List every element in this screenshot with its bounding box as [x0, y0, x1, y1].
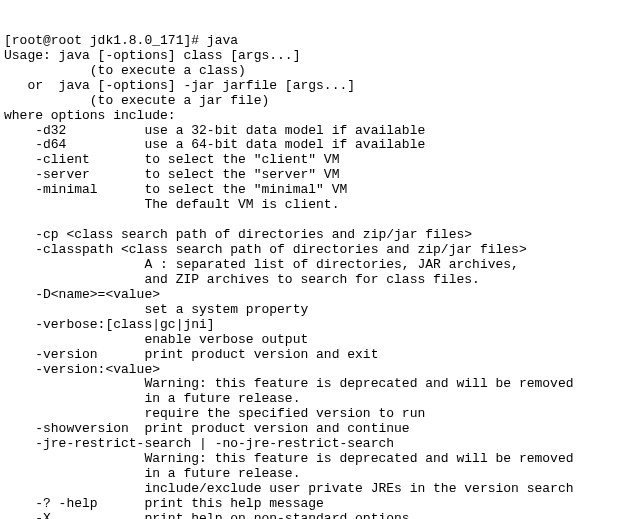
output-line: A : separated list of directories, JAR a…	[4, 257, 519, 272]
output-line: -version:<value>	[4, 362, 160, 377]
output-line: Usage: java [-options] class [args...]	[4, 48, 300, 63]
output-line: in a future release.	[4, 466, 300, 481]
output-line: -minimal to select the "minimal" VM	[4, 182, 347, 197]
output-line: -? -help print this help message	[4, 496, 324, 511]
output-line: -client to select the "client" VM	[4, 152, 339, 167]
output-line: and ZIP archives to search for class fil…	[4, 272, 480, 287]
output-line: -classpath <class search path of directo…	[4, 242, 527, 257]
output-line: where options include:	[4, 108, 176, 123]
output-line: Warning: this feature is deprecated and …	[4, 376, 574, 391]
output-line: -d64 use a 64-bit data model if availabl…	[4, 137, 425, 152]
output-line: -verbose:[class|gc|jni]	[4, 317, 215, 332]
output-line: (to execute a class)	[4, 63, 246, 78]
output-line: -jre-restrict-search | -no-jre-restrict-…	[4, 436, 394, 451]
output-line: (to execute a jar file)	[4, 93, 269, 108]
output-line: -cp <class search path of directories an…	[4, 227, 472, 242]
output-line: -server to select the "server" VM	[4, 167, 339, 182]
output-line: enable verbose output	[4, 332, 308, 347]
terminal-output: [root@root jdk1.8.0_171]# java Usage: ja…	[4, 34, 626, 519]
output-line: -D<name>=<value>	[4, 287, 160, 302]
output-line: The default VM is client.	[4, 197, 339, 212]
output-line: or java [-options] -jar jarfile [args...…	[4, 78, 355, 93]
output-line: in a future release.	[4, 391, 300, 406]
output-line: -X print help on non-standard options	[4, 511, 410, 519]
output-line: set a system property	[4, 302, 308, 317]
shell-prompt[interactable]: [root@root jdk1.8.0_171]# java	[4, 33, 238, 48]
output-line: -version print product version and exit	[4, 347, 378, 362]
output-line: include/exclude user private JREs in the…	[4, 481, 574, 496]
output-line: -showversion print product version and c…	[4, 421, 410, 436]
output-line: -d32 use a 32-bit data model if availabl…	[4, 123, 425, 138]
output-line: Warning: this feature is deprecated and …	[4, 451, 574, 466]
output-line: require the specified version to run	[4, 406, 425, 421]
